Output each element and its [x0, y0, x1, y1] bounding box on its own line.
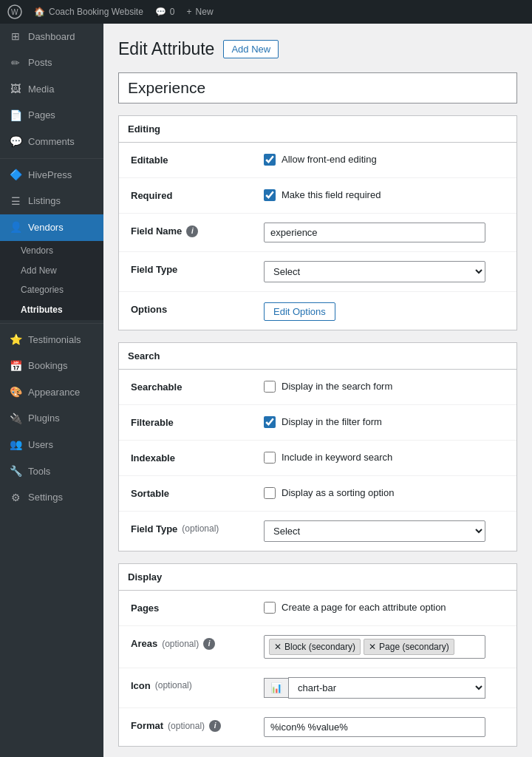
- required-row: Required Make this field required: [119, 178, 516, 214]
- sidebar-item-settings[interactable]: ⚙ Settings: [0, 485, 103, 512]
- filterable-row: Filterable Display in the filter form: [119, 405, 516, 441]
- pages-checkbox[interactable]: [264, 602, 276, 614]
- editable-row: Editable Allow front-end editing: [119, 143, 516, 178]
- indexable-checkbox-label[interactable]: Include in keyword search: [282, 452, 392, 463]
- sidebar-item-bookings[interactable]: 📅 Bookings: [0, 353, 103, 380]
- indexable-checkbox[interactable]: [264, 452, 276, 464]
- wp-logo-button[interactable]: W: [7, 4, 22, 19]
- testimonials-icon: ⭐: [9, 333, 22, 347]
- sidebar-item-posts[interactable]: ✏ Posts: [0, 50, 103, 77]
- sidebar-item-tools[interactable]: 🔧 Tools: [0, 458, 103, 485]
- sidebar-item-media[interactable]: 🖼 Media: [0, 76, 103, 103]
- bookings-icon: 📅: [9, 359, 22, 374]
- sidebar-item-testimonials[interactable]: ⭐ Testimonials: [0, 327, 103, 353]
- sidebar-item-attributes[interactable]: Attributes: [0, 300, 103, 320]
- tools-icon: 🔧: [9, 464, 22, 479]
- field-name-help-icon[interactable]: i: [186, 225, 198, 237]
- icon-select[interactable]: chart-bar star user home gear: [288, 677, 485, 699]
- attribute-name-input[interactable]: [118, 72, 517, 103]
- filterable-checkbox[interactable]: [264, 416, 276, 428]
- sidebar-item-listings[interactable]: ☰ Listings: [0, 189, 103, 215]
- editing-section-body: Editable Allow front-end editing Requ: [119, 143, 516, 330]
- tag-page-secondary: ✕ Page (secondary): [364, 639, 454, 655]
- pages-checkbox-row: Create a page for each attribute option: [264, 600, 446, 614]
- options-control: Edit Options: [264, 301, 505, 321]
- edit-options-button[interactable]: Edit Options: [264, 302, 335, 321]
- editable-checkbox-row: Allow front-end editing: [264, 152, 377, 166]
- editable-checkbox[interactable]: [264, 154, 276, 166]
- icon-field-wrapper: 📊 chart-bar star user home gear: [264, 677, 485, 699]
- sidebar-item-hivepress[interactable]: 🔷 HivePress: [0, 162, 103, 189]
- sortable-row: Sortable Display as a sorting option: [119, 476, 516, 512]
- searchable-checkbox[interactable]: [264, 381, 276, 393]
- editable-label: Editable: [131, 152, 264, 166]
- sidebar-item-users[interactable]: 👥 Users: [0, 432, 103, 458]
- search-field-type-control: Select Text Number Checkbox Range: [264, 520, 505, 542]
- sidebar-item-dashboard[interactable]: ⊞ Dashboard: [0, 24, 103, 50]
- comments-icon: 💬: [155, 7, 166, 17]
- indexable-row: Indexable Include in keyword search: [119, 441, 516, 476]
- sidebar-item-comments[interactable]: 💬 Comments: [0, 129, 103, 155]
- comments-link[interactable]: 💬 0: [155, 7, 175, 17]
- new-content-link[interactable]: + New: [187, 7, 214, 17]
- page-title: Edit Attribute: [118, 38, 214, 61]
- comments-sidebar-icon: 💬: [9, 135, 22, 149]
- areas-control: ✕ Block (secondary) ✕ Page (secondary): [264, 635, 505, 659]
- sortable-checkbox-label[interactable]: Display as a sorting option: [282, 487, 394, 498]
- tag-block-secondary: ✕ Block (secondary): [269, 639, 361, 655]
- areas-help-icon[interactable]: i: [203, 638, 215, 650]
- editing-section: Editing Editable Allow front-end editing: [118, 115, 517, 330]
- required-checkbox[interactable]: [264, 189, 276, 201]
- sidebar-item-categories[interactable]: Categories: [0, 280, 103, 300]
- field-name-control: [264, 223, 505, 242]
- field-type-label: Field Type: [131, 261, 264, 275]
- editable-checkbox-label[interactable]: Allow front-end editing: [282, 154, 377, 165]
- vendors-submenu: Vendors Add New Categories Attributes: [0, 241, 103, 320]
- areas-tag-container[interactable]: ✕ Block (secondary) ✕ Page (secondary): [264, 635, 485, 659]
- field-name-label: Field Name i: [131, 223, 264, 237]
- filterable-control: Display in the filter form: [264, 414, 505, 428]
- sortable-checkbox[interactable]: [264, 487, 276, 499]
- searchable-row: Searchable Display in the search form: [119, 370, 516, 405]
- sidebar-item-plugins[interactable]: 🔌 Plugins: [0, 406, 103, 432]
- editable-control: Allow front-end editing: [264, 152, 505, 166]
- listings-icon: ☰: [9, 194, 22, 209]
- sortable-checkbox-row: Display as a sorting option: [264, 485, 394, 499]
- sidebar-item-vendors-list[interactable]: Vendors: [0, 241, 103, 261]
- pages-checkbox-label[interactable]: Create a page for each attribute option: [282, 602, 446, 613]
- required-checkbox-label[interactable]: Make this field required: [282, 189, 381, 200]
- field-type-row: Field Type Select Text Number Textarea C…: [119, 252, 516, 292]
- pages-control: Create a page for each attribute option: [264, 600, 505, 614]
- site-name-link[interactable]: 🏠 Coach Booking Website: [34, 7, 143, 17]
- sortable-control: Display as a sorting option: [264, 485, 505, 499]
- field-type-select[interactable]: Select Text Number Textarea Checkbox Dat…: [264, 261, 485, 282]
- editing-section-title: Editing: [119, 116, 516, 143]
- required-control: Make this field required: [264, 187, 505, 201]
- plus-icon: +: [187, 7, 192, 17]
- areas-label: Areas (optional) i: [131, 635, 264, 650]
- searchable-label: Searchable: [131, 378, 264, 393]
- search-section-title: Search: [119, 343, 516, 370]
- display-section: Display Pages Create a page for each att…: [118, 563, 517, 747]
- vendors-icon: 👤: [9, 220, 22, 235]
- format-label: Format (optional) i: [131, 717, 264, 732]
- searchable-checkbox-label[interactable]: Display in the search form: [282, 381, 392, 392]
- collapse-menu-button[interactable]: ◀ Collapse menu: [0, 751, 103, 757]
- field-name-input[interactable]: [264, 223, 485, 242]
- admin-sidebar: ⊞ Dashboard ✏ Posts 🖼 Media 📄 Pages 💬 Co…: [0, 24, 103, 757]
- page-header: Edit Attribute Add New: [118, 38, 517, 61]
- icon-label: Icon (optional): [131, 677, 264, 691]
- sidebar-item-appearance[interactable]: 🎨 Appearance: [0, 379, 103, 406]
- home-icon: 🏠: [34, 7, 45, 17]
- search-field-type-select[interactable]: Select Text Number Checkbox Range: [264, 520, 485, 542]
- sidebar-item-vendors[interactable]: 👤 Vendors: [0, 214, 103, 241]
- filterable-checkbox-label[interactable]: Display in the filter form: [282, 416, 382, 427]
- format-help-icon[interactable]: i: [209, 720, 221, 732]
- sidebar-item-pages[interactable]: 📄 Pages: [0, 103, 103, 129]
- search-field-type-label: Field Type (optional): [131, 520, 264, 534]
- add-new-button[interactable]: Add New: [223, 40, 279, 58]
- media-icon: 🖼: [9, 82, 22, 97]
- main-content: Edit Attribute Add New Editing Editable: [103, 24, 532, 757]
- format-input[interactable]: [264, 717, 485, 737]
- sidebar-item-add-new[interactable]: Add New: [0, 261, 103, 281]
